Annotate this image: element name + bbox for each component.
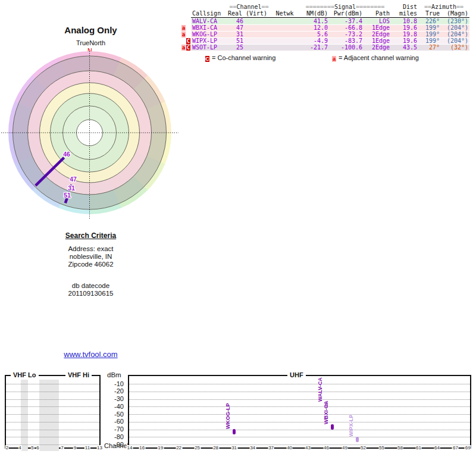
x-tick-label: 28 xyxy=(212,445,219,450)
cell-path: 1Edge xyxy=(364,38,392,44)
radar-channel-label: 51 xyxy=(64,192,71,199)
cell-callsign: WKOG-LP xyxy=(191,32,227,37)
criteria-zip: Zipcode 46062 xyxy=(36,261,146,268)
cell-miles: 19.6 xyxy=(392,38,418,44)
table-group-header: ==Channel== ========Signal======== Dist … xyxy=(181,4,469,10)
criteria-city: noblesville, IN xyxy=(36,253,146,261)
y-axis-unit: dBm xyxy=(107,371,121,378)
gridline xyxy=(129,384,470,384)
x-tick-label: 43 xyxy=(305,445,311,450)
cochannel-warning-badge: C xyxy=(186,45,190,51)
gridline xyxy=(6,422,99,422)
x-tick-label: 69 xyxy=(465,445,471,450)
gridline xyxy=(6,414,99,415)
cell-azimuth-true: 199° xyxy=(418,38,441,44)
table-row[interactable]: a WBXI-CA 47 12.0 -66.8 1Edge 19.6 199° … xyxy=(181,25,469,31)
uhf-label: UHF xyxy=(287,372,306,378)
signal-bar-label: WKOG-LP xyxy=(225,403,231,430)
col-true: True xyxy=(418,11,441,18)
cell-azimuth-true: 199° xyxy=(418,32,441,37)
radar-channel-label: 31 xyxy=(68,184,75,192)
gridline xyxy=(6,399,99,400)
fm-band xyxy=(39,380,59,451)
y-tick-label: -80 xyxy=(106,434,124,440)
azimuth-group-header: ==Azimuth== xyxy=(418,4,469,10)
cell-pwr: -66.8 xyxy=(329,25,364,31)
cell-real: 46 xyxy=(227,18,245,24)
signal-group-header: ========Signal======== xyxy=(298,4,392,10)
criteria-datecode-label: db datecode xyxy=(36,282,146,290)
adjacent-legend: a= Adjacent channel warning xyxy=(332,55,419,62)
cell-azimuth-true: 226° xyxy=(418,18,441,24)
tvfool-link[interactable]: www.tvfool.com xyxy=(64,350,117,359)
y-tick-label: -30 xyxy=(106,396,124,402)
col-netwk: Netwk xyxy=(271,11,298,18)
x-tick-label: 19 xyxy=(157,445,164,450)
x-tick-label: 22 xyxy=(176,445,182,450)
gridline xyxy=(6,437,99,437)
x-tick-label: 31 xyxy=(231,445,237,450)
cell-real: 51 xyxy=(227,38,245,44)
table-row[interactable]: C WIPX-LP 51 -4.9 -83.7 1Edge 19.6 199° … xyxy=(181,38,469,44)
vhf-lo-label: VHF Lo xyxy=(11,372,39,378)
spectrum-chart: VHF Lo VHF Hi UHF dBm Channel -10-20-30-… xyxy=(0,371,476,457)
col-path: Path xyxy=(364,11,392,18)
cell-pwr: -83.7 xyxy=(329,38,364,44)
cell-nm: -4.9 xyxy=(298,38,329,44)
cell-nm: -21.7 xyxy=(298,45,329,51)
x-tick-label: 16 xyxy=(139,445,145,450)
cell-callsign: WSOT-LP xyxy=(191,45,227,51)
cochannel-warning-badge: C xyxy=(186,38,190,44)
cell-miles: 43.5 xyxy=(392,45,418,51)
cell-miles: 19.6 xyxy=(392,25,418,31)
adjacent-warning-badge: a xyxy=(181,32,186,37)
adjacent-warning-badge: a xyxy=(181,25,186,31)
gridline xyxy=(129,406,470,407)
cell-callsign: WBXI-CA xyxy=(191,25,227,31)
uhf-panel xyxy=(128,375,471,449)
gridline xyxy=(129,422,470,422)
col-virt: (Virt) xyxy=(245,11,271,18)
cell-azimuth-magn: (204°) xyxy=(441,38,469,44)
col-miles: miles xyxy=(392,11,418,18)
col-nm: NM(dB) xyxy=(298,11,329,18)
y-tick-label: -40 xyxy=(106,403,124,410)
x-tick-label: 67 xyxy=(452,445,459,450)
cochannel-legend: C= Co-channel warning xyxy=(205,55,275,62)
channel-group-header: ==Channel== xyxy=(227,4,271,10)
dist-group-header: Dist xyxy=(392,4,418,10)
cell-miles: 19.8 xyxy=(392,32,418,37)
cell-path: LOS xyxy=(364,18,392,24)
y-tick-label: -60 xyxy=(106,418,124,425)
table-row[interactable]: WALV-CA 46 41.5 -37.4 LOS 10.8 226° (230… xyxy=(181,18,469,24)
col-pwr: Pwr(dBm) xyxy=(329,11,364,18)
cell-miles: 10.8 xyxy=(392,18,418,24)
gridline xyxy=(129,399,470,400)
gridline xyxy=(6,392,99,392)
y-tick-label: -20 xyxy=(106,388,124,395)
gridline xyxy=(6,430,99,430)
x-tick-label: 40 xyxy=(286,445,293,450)
station-table: ==Channel== ========Signal======== Dist … xyxy=(181,4,469,51)
x-tick-label: 4 xyxy=(18,445,21,450)
criteria-datecode-value: 201109130615 xyxy=(36,290,146,298)
site-link-wrap: www.tvfool.com xyxy=(36,350,146,359)
cell-azimuth-true: 199° xyxy=(418,25,441,31)
cell-nm: 12.0 xyxy=(298,25,329,31)
cell-pwr: -100.6 xyxy=(329,45,364,51)
table-row[interactable]: a WKOG-LP 31 5.6 -73.2 2Edge 19.8 199° (… xyxy=(181,32,469,37)
gridline xyxy=(129,414,470,415)
cell-pwr: -73.2 xyxy=(329,32,364,37)
gridline xyxy=(6,406,99,407)
cell-path: 2Edge xyxy=(364,32,392,37)
cell-real: 25 xyxy=(227,45,245,51)
signal-bar-label: WIPX-LP xyxy=(348,415,354,437)
cell-azimuth-magn: (204°) xyxy=(441,25,469,31)
x-tick-label: 5 xyxy=(30,445,34,450)
radar-channel-label: 46 xyxy=(63,151,70,158)
table-row[interactable]: aC WSOT-LP 25 -21.7 -100.6 2Edge 43.5 27… xyxy=(181,45,469,51)
y-tick-label: -50 xyxy=(106,411,124,418)
signal-bar-wbxi-ca xyxy=(331,424,334,430)
search-criteria-heading: Search Criteria xyxy=(36,232,146,240)
x-tick-label: 46 xyxy=(323,445,330,450)
